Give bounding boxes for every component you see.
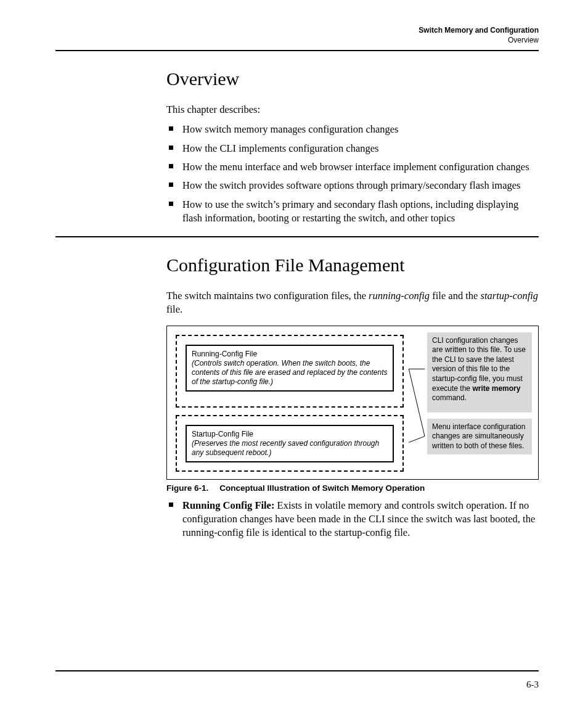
overview-bullet: How switch memory manages configuration … bbox=[166, 123, 539, 136]
running-config-title: Running-Config File bbox=[192, 350, 388, 359]
startup-config-desc: (Preserves the most recently saved confi… bbox=[192, 439, 388, 458]
running-header-section: Overview bbox=[508, 36, 539, 44]
startup-config-term: startup-config bbox=[481, 290, 539, 302]
list-item: Running Config File: Exists in volatile … bbox=[166, 499, 539, 540]
overview-bullets: How switch memory manages configuration … bbox=[166, 123, 539, 225]
running-config-term: running-config bbox=[369, 290, 430, 302]
flash-memory-box: Startup-Config File (Preserves the most … bbox=[176, 415, 404, 472]
top-rule bbox=[55, 50, 539, 51]
overview-bullet: How the menu interface and web browser i… bbox=[166, 160, 539, 174]
svg-line-1 bbox=[409, 369, 425, 436]
running-header-chapter: Switch Memory and Configuration bbox=[419, 26, 539, 35]
startup-config-box: Startup-Config File (Preserves the most … bbox=[186, 425, 394, 462]
bottom-rule bbox=[55, 670, 539, 671]
overview-bullet: How the CLI implements configuration cha… bbox=[166, 142, 539, 155]
overview-bullet: How the switch provides software options… bbox=[166, 179, 539, 192]
figure-number: Figure 6-1. bbox=[166, 483, 208, 493]
section-title-overview: Overview bbox=[166, 68, 539, 89]
text: command. bbox=[432, 393, 467, 402]
running-header: Switch Memory and Configuration Overview bbox=[55, 26, 539, 45]
running-config-desc: (Controls switch operation. When the swi… bbox=[192, 359, 388, 387]
text: file. bbox=[166, 303, 182, 315]
overview-bullet: How to use the switch’s primary and seco… bbox=[166, 198, 539, 226]
running-config-box: Running-Config File (Controls switch ope… bbox=[186, 345, 394, 392]
text: The switch maintains two configuration f… bbox=[166, 290, 369, 302]
volatile-memory-box: Running-Config File (Controls switch ope… bbox=[176, 335, 404, 408]
startup-config-title: Startup-Config File bbox=[192, 430, 388, 439]
running-config-definition: Running Config File: Exists in volatile … bbox=[166, 499, 539, 540]
overview-intro: This chapter describes: bbox=[166, 103, 539, 117]
content-section-1: Overview This chapter describes: How swi… bbox=[166, 68, 539, 225]
figure-title: Conceptual Illustration of Switch Memory… bbox=[219, 483, 425, 493]
content-section-2: Configuration File Management The switch… bbox=[166, 255, 539, 540]
figure-caption: Figure 6-1.Conceptual Illustration of Sw… bbox=[166, 483, 539, 493]
callout-menu: Menu interface configu­ration changes ar… bbox=[427, 419, 532, 455]
section-title-config: Configuration File Management bbox=[166, 255, 539, 276]
definition-term: Running Config File: bbox=[182, 499, 274, 511]
write-memory-cmd: write memory bbox=[472, 384, 520, 393]
text: file and the bbox=[430, 290, 480, 302]
config-intro-para: The switch maintains two configuration f… bbox=[166, 289, 539, 317]
svg-line-2 bbox=[409, 436, 425, 442]
section-rule bbox=[55, 236, 539, 237]
figure-6-1: Running-Config File (Controls switch ope… bbox=[166, 326, 539, 480]
callout-cli: CLI configuration changes are written to… bbox=[427, 332, 532, 413]
page-number: 6-3 bbox=[526, 679, 539, 690]
page: Switch Memory and Configuration Overview… bbox=[0, 0, 588, 706]
